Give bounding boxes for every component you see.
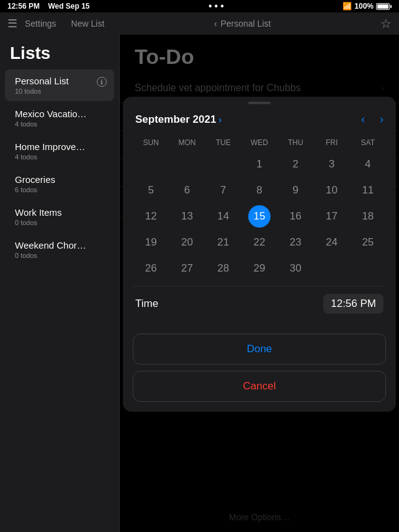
cal-day-5[interactable]: 5	[140, 179, 162, 202]
calendar-grid: SUN MON TUE WED THU FRI SAT 123456789101…	[133, 136, 386, 281]
drag-handle	[123, 97, 396, 107]
weekday-sat: SAT	[350, 136, 386, 149]
cal-day-25[interactable]: 25	[357, 231, 379, 254]
modal-overlay: September 2021 › ‹ › SUN MON TUE	[120, 35, 399, 532]
date-picker-modal: September 2021 › ‹ › SUN MON TUE	[123, 97, 396, 412]
cal-day-30[interactable]: 30	[284, 257, 307, 280]
sidebar-item-work[interactable]: Work Items 0 todos	[5, 201, 114, 233]
expand-calendar-icon[interactable]: ›	[218, 115, 222, 125]
sidebar-item-sub-mexico: 4 todos	[15, 120, 104, 128]
cal-day-14[interactable]: 14	[212, 205, 235, 228]
cal-day-29[interactable]: 29	[248, 257, 271, 280]
cal-day-empty-1	[176, 153, 198, 175]
dot1: •	[208, 1, 212, 12]
sidebar: Lists Personal List 10 todos ℹ Mexico Va…	[0, 35, 120, 532]
cal-day-7[interactable]: 7	[212, 179, 235, 202]
cal-day-1[interactable]: 1	[248, 153, 271, 175]
weekday-mon: MON	[169, 136, 205, 149]
modal-buttons: Done Cancel	[123, 329, 396, 412]
calendar: September 2021 › ‹ › SUN MON TUE	[123, 107, 396, 329]
back-arrow-icon: ‹	[214, 19, 217, 29]
status-center: • • •	[208, 1, 224, 12]
sidebar-item-name-home: Home Improve…	[15, 141, 104, 152]
cal-day-20[interactable]: 20	[176, 231, 198, 254]
dot2: •	[215, 1, 218, 12]
sidebar-item-name-mexico: Mexico Vacatio…	[15, 109, 104, 119]
weekday-tue: TUE	[205, 136, 241, 149]
cal-day-2[interactable]: 2	[284, 153, 307, 175]
sidebar-item-sub-home: 4 todos	[15, 153, 104, 161]
sidebar-icon[interactable]: ☰	[7, 17, 17, 30]
sidebar-item-sub-weekend: 0 todos	[15, 252, 104, 259]
dot3: •	[220, 1, 224, 12]
sidebar-item-name-groceries: Groceries	[15, 174, 104, 185]
cal-day-16[interactable]: 16	[284, 205, 307, 228]
time-value[interactable]: 12:56 PM	[323, 294, 383, 314]
settings-button[interactable]: Settings	[25, 19, 56, 29]
cal-day-3[interactable]: 3	[321, 153, 343, 175]
sidebar-title: Lists	[0, 35, 119, 68]
cal-day-13[interactable]: 13	[176, 205, 198, 228]
battery-percent: 100%	[354, 2, 374, 11]
weekday-fri: FRI	[313, 136, 349, 149]
month-year-label: September 2021	[135, 113, 216, 126]
nav-back[interactable]: ‹ Personal List	[104, 19, 380, 29]
nav-bar: ☰ Settings New List ‹ Personal List ☆	[0, 12, 399, 35]
main-layout: Lists Personal List 10 todos ℹ Mexico Va…	[0, 35, 399, 532]
calendar-weekdays: SUN MON TUE WED THU FRI SAT	[133, 136, 386, 149]
sidebar-item-mexico[interactable]: Mexico Vacatio… 4 todos	[5, 102, 114, 134]
cal-day-26[interactable]: 26	[140, 257, 162, 280]
sidebar-item-weekend[interactable]: Weekend Chor… 0 todos	[5, 234, 114, 265]
cal-day-27[interactable]: 27	[176, 257, 198, 280]
sidebar-item-name-weekend: Weekend Chor…	[15, 240, 104, 250]
cal-day-22[interactable]: 22	[248, 231, 271, 254]
time-row: Time 12:56 PM	[133, 286, 386, 319]
sidebar-item-sub-work: 0 todos	[15, 219, 104, 226]
calendar-nav: ‹ ›	[361, 113, 383, 126]
cal-day-23[interactable]: 23	[284, 231, 307, 254]
cancel-button[interactable]: Cancel	[133, 371, 386, 402]
status-bar: 12:56 PM Wed Sep 15 • • • 📶 100%	[0, 0, 399, 12]
next-month-button[interactable]: ›	[380, 113, 383, 126]
cal-day-10[interactable]: 10	[321, 179, 343, 202]
favorite-button[interactable]: ☆	[380, 16, 392, 31]
weekday-sun: SUN	[133, 136, 169, 149]
cal-day-17[interactable]: 17	[321, 205, 343, 228]
prev-month-button[interactable]: ‹	[361, 113, 365, 126]
back-label: Personal List	[220, 19, 271, 29]
sidebar-item-name-personal-list: Personal List	[15, 76, 104, 86]
cal-day-empty-0	[140, 153, 162, 175]
cal-day-11[interactable]: 11	[357, 179, 379, 202]
calendar-month-year: September 2021 ›	[135, 113, 222, 126]
cal-day-24[interactable]: 24	[321, 231, 343, 254]
new-list-button[interactable]: New List	[71, 19, 105, 29]
cal-day-9[interactable]: 9	[284, 179, 307, 202]
wifi-icon: 📶	[343, 2, 352, 11]
time-label: Time	[135, 298, 158, 310]
battery-icon	[376, 3, 392, 10]
status-right: 📶 100%	[343, 2, 392, 11]
cal-day-18[interactable]: 18	[357, 205, 379, 228]
done-button[interactable]: Done	[133, 334, 386, 365]
cal-day-28[interactable]: 28	[212, 257, 235, 280]
cal-day-6[interactable]: 6	[176, 179, 198, 202]
cal-day-empty-2	[212, 153, 235, 175]
cal-day-21[interactable]: 21	[212, 231, 235, 254]
sidebar-item-sub-groceries: 6 todos	[15, 186, 104, 193]
sidebar-item-sub-personal-list: 10 todos	[15, 87, 104, 95]
sidebar-item-personal-list[interactable]: Personal List 10 todos ℹ	[5, 69, 114, 101]
sidebar-item-home[interactable]: Home Improve… 4 todos	[5, 135, 114, 167]
sidebar-item-groceries[interactable]: Groceries 6 todos	[5, 168, 114, 200]
weekday-wed: WED	[241, 136, 277, 149]
calendar-header: September 2021 › ‹ ›	[133, 113, 386, 126]
status-time: 12:56 PM	[7, 2, 40, 11]
main-content: To-Do Schedule vet appointment for Chubb…	[120, 35, 399, 532]
cal-day-19[interactable]: 19	[140, 231, 162, 254]
cal-day-12[interactable]: 12	[140, 205, 162, 228]
cal-day-15[interactable]: 15	[248, 205, 271, 228]
info-icon-personal-list[interactable]: ℹ	[97, 77, 107, 87]
cal-day-8[interactable]: 8	[248, 179, 271, 202]
weekday-thu: THU	[277, 136, 313, 149]
drag-handle-bar	[248, 102, 271, 104]
cal-day-4[interactable]: 4	[357, 153, 379, 175]
